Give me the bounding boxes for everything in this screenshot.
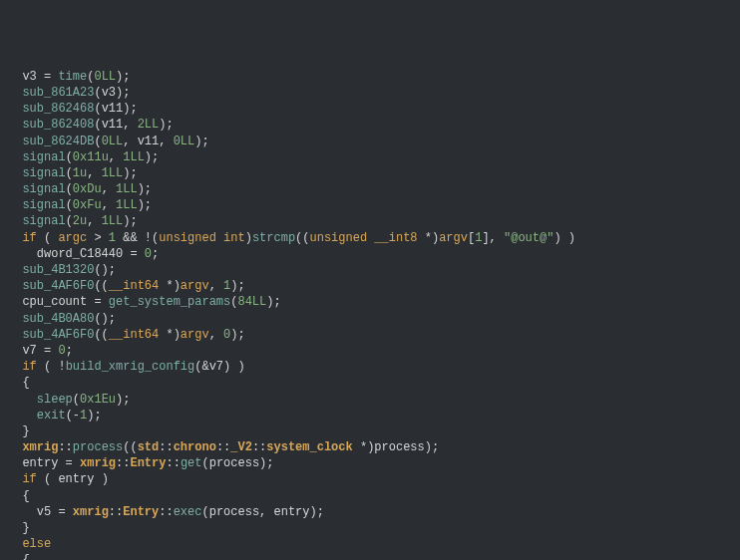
- token-op: ::: [166, 456, 180, 470]
- token-id: v11: [138, 135, 160, 148]
- token-op: (: [66, 182, 73, 196]
- code-line[interactable]: sleep(0x1Eu);: [8, 392, 732, 408]
- code-line[interactable]: {: [8, 375, 732, 391]
- token-id: v7: [22, 344, 36, 358]
- code-line[interactable]: exit(-1);: [8, 408, 732, 423]
- code-line[interactable]: sub_4AF6F0((__int64 *)argv, 0);: [8, 327, 732, 343]
- code-line[interactable]: v3 = time(0LL);: [8, 69, 732, 85]
- token-k: if: [22, 231, 36, 245]
- token-fn: process: [73, 440, 123, 454]
- token-op: (: [66, 166, 73, 180]
- token-id: process: [209, 456, 259, 470]
- code-line[interactable]: entry = xmrig::Entry::get(process);: [8, 455, 732, 471]
- token-k: if: [22, 472, 36, 486]
- code-line[interactable]: dword_C18440 = 0;: [8, 246, 732, 262]
- code-line[interactable]: signal(0xDu, 1LL);: [8, 181, 732, 197]
- token-fn: sub_4AF6F0: [22, 328, 94, 342]
- token-num: 1LL: [116, 198, 138, 212]
- code-line[interactable]: sub_4B0A80();: [8, 311, 732, 327]
- token-op: ): [94, 472, 108, 486]
- token-id: v3: [102, 86, 116, 100]
- token-op: );: [123, 214, 137, 228]
- token-fn: sub_861A23: [22, 86, 94, 100]
- token-op: {: [22, 489, 29, 503]
- token-op: ((: [94, 328, 108, 342]
- token-fn: signal: [22, 166, 65, 180]
- code-line[interactable]: {: [8, 552, 732, 560]
- token-fn: signal: [22, 182, 65, 196]
- code-line[interactable]: signal(2u, 1LL);: [8, 213, 732, 229]
- token-fn: sub_862408: [22, 118, 94, 132]
- token-op: {: [22, 553, 29, 560]
- token-k: argv: [439, 231, 468, 245]
- token-op: ::: [252, 440, 266, 454]
- code-line[interactable]: sub_8624DB(0LL, v11, 0LL);: [8, 134, 732, 149]
- code-line[interactable]: sub_4B1320();: [8, 262, 732, 278]
- token-num: 0LL: [94, 70, 116, 84]
- token-op: =: [58, 456, 80, 470]
- token-num: 0x1Eu: [80, 393, 116, 407]
- token-fn: sub_862468: [22, 102, 94, 116]
- code-line[interactable]: if ( !build_xmrig_config(&v7) ): [8, 359, 732, 375]
- token-op: (: [37, 472, 59, 486]
- token-id: entry: [22, 456, 58, 470]
- token-op: *): [353, 440, 375, 454]
- token-ns: system_clock: [266, 440, 352, 454]
- token-k: argv: [181, 328, 209, 342]
- token-k: else: [22, 537, 51, 551]
- token-str: "@out@": [504, 231, 554, 245]
- token-op: );: [123, 166, 137, 180]
- token-op: );: [123, 102, 137, 116]
- code-line[interactable]: sub_4AF6F0((__int64 *)argv, 1);: [8, 278, 732, 294]
- token-op: (-: [66, 409, 80, 422]
- token-fn: sleep: [37, 393, 73, 407]
- code-line[interactable]: cpu_count = get_system_params(84LL);: [8, 294, 732, 310]
- token-op: (: [66, 214, 73, 228]
- code-line[interactable]: {: [8, 488, 732, 504]
- token-fn: signal: [22, 198, 65, 212]
- token-ty: __int64: [109, 279, 159, 293]
- token-fn: sub_4AF6F0: [22, 279, 94, 293]
- code-line[interactable]: signal(0xFu, 1LL);: [8, 197, 732, 213]
- code-view[interactable]: v3 = time(0LL); sub_861A23(v3); sub_8624…: [8, 69, 732, 560]
- token-num: 1LL: [123, 150, 145, 164]
- code-line[interactable]: xmrig::process((std::chrono::_V2::system…: [8, 439, 732, 455]
- token-k: unsigned: [310, 231, 368, 245]
- code-line[interactable]: signal(0x11u, 1LL);: [8, 149, 732, 165]
- code-line[interactable]: }: [8, 520, 732, 536]
- code-line[interactable]: }: [8, 423, 732, 439]
- token-fn: signal: [22, 214, 65, 228]
- token-fn: get_system_params: [109, 295, 230, 309]
- token-op: ::: [109, 505, 123, 519]
- code-line[interactable]: v5 = xmrig::Entry::exec(process, entry);: [8, 504, 732, 520]
- code-line[interactable]: if ( entry ): [8, 471, 732, 487]
- token-op: (: [201, 456, 208, 470]
- token-fn: build_xmrig_config: [66, 360, 195, 374]
- token-op: >: [87, 231, 109, 245]
- token-num: 0: [58, 344, 65, 358]
- code-line[interactable]: if ( argc > 1 && !(unsigned int)strcmp((…: [8, 230, 732, 246]
- token-id: v5: [37, 505, 51, 519]
- token-fn: exit: [37, 409, 66, 422]
- token-op: );: [310, 505, 324, 519]
- token-k: unsigned: [159, 231, 216, 245]
- token-op: );: [425, 440, 439, 454]
- token-op: ::: [116, 456, 130, 470]
- token-ns: chrono: [174, 440, 216, 454]
- token-op: ],: [482, 231, 504, 245]
- code-line[interactable]: signal(1u, 1LL);: [8, 165, 732, 181]
- token-op: );: [159, 118, 173, 132]
- token-op: [216, 231, 223, 245]
- token-op: );: [138, 182, 152, 196]
- code-line[interactable]: sub_862468(v11);: [8, 101, 732, 117]
- code-line[interactable]: sub_862408(v11, 2LL);: [8, 117, 732, 133]
- token-k: if: [22, 360, 36, 374]
- code-line[interactable]: else: [8, 536, 732, 552]
- token-op: ,: [259, 505, 273, 519]
- code-line[interactable]: sub_861A23(v3);: [8, 85, 732, 101]
- token-ns: xmrig: [73, 505, 109, 519]
- token-fn: signal: [22, 150, 65, 164]
- token-op: (&: [194, 360, 208, 374]
- code-line[interactable]: v7 = 0;: [8, 343, 732, 359]
- token-op: *): [418, 231, 440, 245]
